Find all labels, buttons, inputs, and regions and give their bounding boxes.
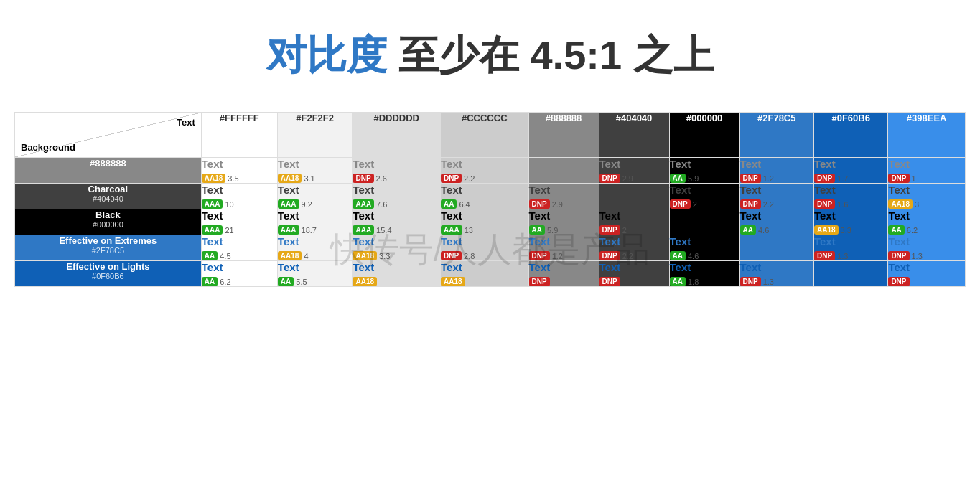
badge: DNP [888,174,909,183]
cell-row-888-f2f2f2: Text AA18 3.1 [277,158,353,184]
cell-row-0f60b6-cccccc: Text AA18 [440,261,528,287]
badge: AA [740,225,756,235]
badge: DNP [814,199,835,209]
ratio: 13 [465,226,473,235]
row-header-row-2f78c5: Effective on Extremes #2F78C5 [15,235,202,261]
ratio: 1.2 [552,252,563,260]
cell-row-charcoal-000000: Text DNP 2 [669,184,739,209]
cell-row-0f60b6-2f78c5: Text DNP 1.3 [739,261,813,287]
cell-row-0f60b6-000000: Text AA 1.8 [669,261,739,287]
badge: AA [670,277,686,286]
cell-text: Text [529,235,599,248]
ratio: 4.5 [220,252,230,260]
cell-text: Text [670,235,739,248]
badge: AA18 [202,174,226,183]
cell-text: Text [670,261,739,274]
cell-row-black-398eea: Text AA 6.2 [888,209,966,235]
ratio: 2.2 [464,174,475,183]
badge-row: DNP [529,277,599,286]
cell-text: Text [529,209,599,222]
cell-text: Text [441,261,528,274]
ratio: 5.9 [547,226,558,235]
badge: AA [670,174,686,183]
cell-row-0f60b6-dddddd: Text AA18 [353,261,441,287]
badge-row: DNP [599,277,669,286]
cell-row-0f60b6-f2f2f2: Text AA 5.5 [277,261,353,287]
badge-row: AA 6.2 [202,277,277,286]
cell-text: Text [888,235,965,248]
col-header-404040: #404040 [599,113,669,158]
cell-text: Text [441,184,528,197]
badge-row: AA 5.9 [529,225,599,235]
badge-row: AA 4.6 [670,251,739,260]
title-area: 对比度 至少在 4.5:1 之上 [14,14,966,112]
ratio: 2.2 [763,200,774,209]
ratio: 1 [912,174,916,183]
badge: DNP [599,277,620,286]
ratio: 1.2 [763,174,774,183]
cell-row-2f78c5-dddddd: Text AA18 3.3 [353,235,441,261]
badge: AAA [441,225,462,235]
badge-row: DNP 1.6 [814,199,887,209]
cell-row-charcoal-f2f2f2: Text AAA 9.2 [277,184,353,209]
badge-row: DNP 2 [599,225,669,235]
ratio: 5.5 [296,278,307,286]
title-highlighted: 对比度 [266,32,387,77]
cell-text: Text [441,235,528,248]
row-sublabel: #404040 [15,194,201,203]
page-title: 对比度 至少在 4.5:1 之上 [14,29,966,83]
badge: AA18 [814,225,839,235]
cell-text: Text [740,158,813,171]
cell-text: Text [202,184,277,197]
cell-row-black-2f78c5: Text AA 4.6 [739,209,813,235]
badge-row: DNP 1.2 [740,174,813,183]
row-label: Effective on Lights [15,261,201,272]
badge: AA [888,225,904,235]
ratio: 3.3 [841,226,851,235]
row-sublabel: #2F78C5 [15,246,201,255]
ratio: 3.1 [304,174,314,183]
ratio: 7.6 [376,200,387,209]
ratio: 3 [915,200,919,209]
col-header-000000: #000000 [669,113,739,158]
cell-text: Text [888,261,965,274]
col-header-2f78c5: #2F78C5 [739,113,813,158]
ratio: 2 [622,226,627,235]
cell-row-888-398eea: Text DNP 1 [888,158,966,184]
badge: AA [202,277,218,286]
col-header-dddddd: #DDDDDD [353,113,441,158]
badge-row: AA18 3.1 [278,174,353,183]
cell-row-0f60b6-404040: Text DNP [599,261,669,287]
col-header-888888: #888888 [528,113,599,158]
cell-text: Text [353,158,440,171]
col-header-ffffff: #FFFFFF [201,113,277,158]
badge-row: AAA 13 [441,225,528,235]
cell-row-black-404040: Text DNP 2 [599,209,669,235]
cell-row-2f78c5-888888: Text DNP 1.2 [528,235,599,261]
cell-row-black-cccccc: Text AAA 13 [440,209,528,235]
badge: DNP [740,174,761,183]
cell-row-charcoal-cccccc: Text AA 6.4 [440,184,528,209]
badge: DNP [529,277,550,286]
badge-row: DNP 1.3 [888,251,965,260]
cell-row-2f78c5-404040: Text DNP 2.2 [599,235,669,261]
badge-row: AA 1.8 [670,277,739,286]
row-header-row-charcoal: Charcoal #404040 [15,184,202,209]
cell-row-888-cccccc: Text DNP 2.2 [440,158,528,184]
cell-row-0f60b6-398eea: Text DNP [888,261,966,287]
cell-text: Text [202,209,277,222]
badge-row: DNP 1.3 [740,277,813,286]
badge: AAA [278,199,299,209]
ratio: 2.9 [552,200,563,209]
badge: AAA [353,199,374,209]
cell-text: Text [353,209,440,222]
badge: AA18 [888,199,913,209]
cell-row-black-888888: Text AA 5.9 [528,209,599,235]
cell-row-black-ffffff: Text AAA 21 [201,209,277,235]
row-header-row-888: #888888 [15,158,202,184]
ratio: 6.2 [907,226,918,235]
col-header-cccccc: #CCCCCC [440,113,528,158]
badge-row: AA18 3.3 [814,225,887,235]
title-rest: 至少在 4.5:1 之上 [398,32,714,77]
cell-row-charcoal-dddddd: Text AAA 7.6 [353,184,441,209]
